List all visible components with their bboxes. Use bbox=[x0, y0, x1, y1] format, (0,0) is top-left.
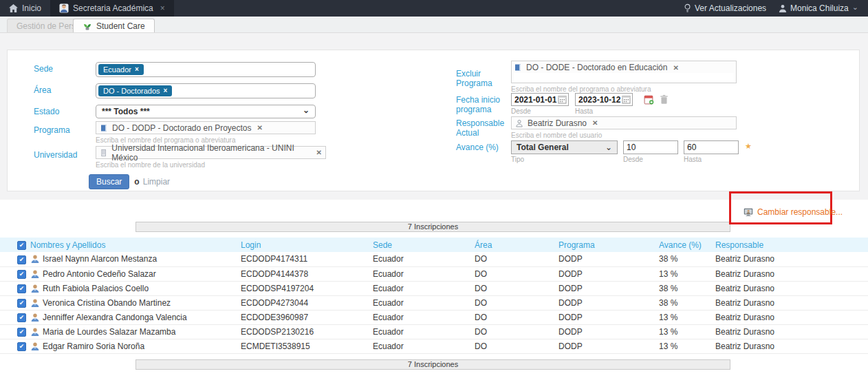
buscar-button[interactable]: Buscar bbox=[89, 174, 129, 189]
student-name: Ruth Fabiola Palacios Coello bbox=[43, 284, 149, 293]
column-header-login[interactable]: Login bbox=[241, 238, 373, 252]
check-icon: ✔ bbox=[19, 314, 25, 321]
fecha-desde-value[interactable] bbox=[514, 95, 557, 105]
close-tab-icon[interactable]: × bbox=[160, 3, 165, 13]
estado-selected-value: *** Todos *** bbox=[102, 107, 150, 116]
column-header-programa[interactable]: Programa bbox=[558, 238, 659, 252]
table-row: ✔ Ruth Fabiola Palacios Coello ECDODSP41… bbox=[0, 281, 868, 295]
universidad-label: Universidad bbox=[27, 146, 96, 169]
row-checkbox[interactable]: ✔ bbox=[17, 342, 26, 351]
excluir-token-remove-icon[interactable]: ✕ bbox=[673, 64, 678, 72]
filter-panel: Sede Ecuador × Área DO - Doctorados × Es… bbox=[7, 50, 860, 191]
excluir-text-input[interactable] bbox=[514, 73, 734, 81]
sede-cell: Ecuador bbox=[373, 266, 475, 281]
calendar-mini-icon[interactable] bbox=[622, 95, 631, 104]
calendar-add-icon[interactable] bbox=[644, 94, 654, 105]
excluir-hint: Escriba el nombre del programa o abrevia… bbox=[511, 85, 737, 93]
responsable-token-remove-icon[interactable]: ✕ bbox=[592, 119, 598, 127]
student-name: Jenniffer Alexandra Candonga Valencia bbox=[43, 313, 187, 322]
avance-cell: 13 % bbox=[659, 266, 715, 281]
responsable-cell: Beatriz Durasno bbox=[715, 252, 868, 266]
check-icon: ✔ bbox=[19, 256, 25, 263]
avance-tipo-caption: Tipo bbox=[511, 156, 618, 163]
area-token-remove-icon[interactable]: × bbox=[164, 87, 168, 95]
estado-select[interactable]: *** Todos *** ⌄ bbox=[96, 105, 316, 118]
cambiar-responsable-label: Cambiar responsable... bbox=[757, 207, 843, 217]
student-name: Israel Naynn Alarcon Mestanza bbox=[43, 254, 157, 264]
column-header-nombres[interactable]: Nombres y Apellidos bbox=[30, 238, 241, 252]
sede-token-remove-icon[interactable]: × bbox=[135, 65, 139, 74]
check-icon: ✔ bbox=[19, 343, 25, 350]
row-checkbox[interactable]: ✔ bbox=[17, 270, 26, 279]
programa-input[interactable]: DO - DODP - Doctorado en Proyectos ✕ bbox=[96, 121, 316, 134]
select-all-checkbox[interactable]: ✔ bbox=[17, 241, 26, 250]
universidad-input[interactable]: Universidad Internacional Iberoamericana… bbox=[96, 146, 326, 159]
field-universidad: Universidad Universidad Internacional Ib… bbox=[27, 146, 326, 169]
table-row: ✔ Israel Naynn Alarcon Mestanza ECDODP41… bbox=[0, 252, 868, 266]
avance-desde-caption: Desde bbox=[623, 156, 678, 163]
results-count-bar-bottom: 7 Inscripciones bbox=[135, 359, 730, 370]
field-area: Área DO - Doctorados × bbox=[27, 83, 316, 98]
trash-icon[interactable] bbox=[659, 94, 669, 105]
avance-cell: 38 % bbox=[659, 295, 715, 310]
column-header-sede[interactable]: Sede bbox=[373, 238, 475, 252]
avance-tipo-select[interactable]: Total General ⌄ bbox=[511, 140, 618, 154]
fecha-hasta-input[interactable] bbox=[575, 93, 633, 106]
check-icon: ✔ bbox=[19, 271, 25, 277]
area-cell: DO bbox=[475, 281, 558, 295]
nav-tab-inicio[interactable]: Inicio bbox=[0, 0, 50, 17]
universidad-token-label: Universidad Internacional Iberoamericana… bbox=[111, 143, 310, 162]
programa-cell: DODP bbox=[558, 252, 659, 266]
avance-cell: 38 % bbox=[659, 252, 715, 266]
estado-label: Estado bbox=[27, 105, 96, 118]
area-cell: DO bbox=[475, 310, 558, 324]
search-actions-row: Buscar o Limpiar bbox=[89, 174, 170, 189]
limpiar-link[interactable]: Limpiar bbox=[143, 177, 170, 187]
avance-hasta-input[interactable] bbox=[684, 140, 739, 154]
column-header-avance[interactable]: Avance (%) bbox=[659, 238, 715, 252]
responsable-actual-label: Responsable Actual bbox=[449, 116, 504, 139]
secretaria-academica-icon bbox=[59, 3, 69, 13]
column-header-area[interactable]: Área bbox=[475, 238, 558, 252]
row-checkbox[interactable]: ✔ bbox=[17, 284, 26, 293]
change-user-monitor-icon bbox=[744, 208, 753, 217]
avance-desde-input[interactable] bbox=[623, 140, 678, 154]
responsable-actual-input[interactable]: Beatriz Durasno ✕ bbox=[511, 116, 737, 129]
table-row: ✔ Jenniffer Alexandra Candonga Valencia … bbox=[0, 310, 868, 324]
programa-token-label: DO - DODP - Doctorado en Proyectos bbox=[112, 123, 252, 133]
nav-tab-label: Secretaria Académica bbox=[73, 3, 153, 13]
universidad-hint: Escriba el nombre de la universidad bbox=[96, 161, 326, 169]
tab-student-care[interactable]: Student Care bbox=[73, 19, 155, 32]
student-name: Edgar Ramiro Soria Noroña bbox=[43, 342, 144, 351]
ver-actualizaciones-link[interactable]: Ver Actualizaciones bbox=[684, 3, 766, 13]
user-avatar-icon bbox=[30, 254, 40, 264]
sede-input[interactable]: Ecuador × bbox=[96, 62, 316, 77]
universidad-token-remove-icon[interactable]: ✕ bbox=[316, 149, 322, 156]
programa-token-remove-icon[interactable]: ✕ bbox=[257, 124, 263, 132]
avance-label: Avance (%) bbox=[449, 140, 504, 163]
user-avatar-icon bbox=[30, 269, 40, 279]
fecha-inicio-label: Fecha inicio programa bbox=[449, 93, 504, 115]
row-checkbox[interactable]: ✔ bbox=[17, 313, 26, 322]
fecha-desde-input[interactable] bbox=[511, 93, 569, 106]
programa-cell: DODP bbox=[558, 339, 659, 353]
field-avance: Avance (%) Total General ⌄ Tipo Desde Ha… bbox=[449, 140, 752, 163]
required-star-icon: ★ bbox=[745, 142, 752, 163]
row-checkbox[interactable]: ✔ bbox=[17, 328, 26, 337]
check-icon: ✔ bbox=[19, 242, 25, 249]
column-header-responsable[interactable]: Responsable bbox=[715, 238, 868, 252]
calendar-mini-icon[interactable] bbox=[558, 95, 567, 104]
nav-tab-secretaria-academica[interactable]: Secretaria Académica × bbox=[50, 0, 174, 17]
sede-token[interactable]: Ecuador × bbox=[98, 64, 144, 75]
avance-cell: 13 % bbox=[659, 310, 715, 324]
fecha-hasta-value[interactable] bbox=[578, 95, 621, 105]
row-checkbox[interactable]: ✔ bbox=[17, 255, 26, 264]
sede-cell: Ecuador bbox=[373, 339, 475, 353]
row-checkbox[interactable]: ✔ bbox=[17, 299, 26, 308]
area-input[interactable]: DO - Doctorados × bbox=[96, 83, 316, 98]
cambiar-responsable-link[interactable]: Cambiar responsable... bbox=[744, 207, 843, 217]
avance-tipo-value: Total General bbox=[517, 143, 569, 152]
user-menu[interactable]: Monica Chiluiza ⌄ bbox=[779, 3, 858, 13]
excluir-programa-input[interactable]: DO - DODE - Doctorado en Educación ✕ bbox=[511, 61, 737, 83]
area-token[interactable]: DO - Doctorados × bbox=[98, 85, 172, 96]
